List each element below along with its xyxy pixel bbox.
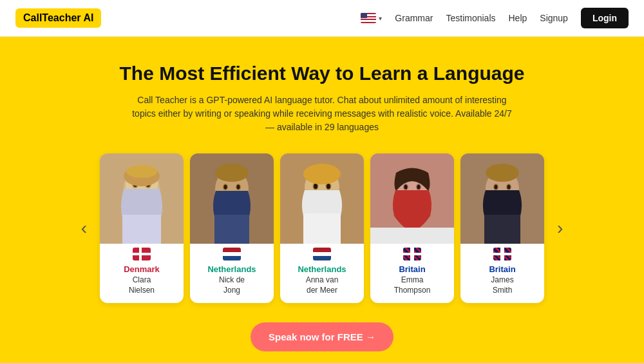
svg-point-30 <box>404 185 408 190</box>
netherlands-flag-icon-1 <box>223 248 241 260</box>
teacher-country-4: Britain <box>370 264 454 274</box>
teacher-card-3[interactable]: Netherlands Anna vander Meer <box>280 153 364 303</box>
teacher-portrait-james <box>460 153 544 244</box>
carousel-cards: Denmark ClaraNielsen <box>100 153 544 303</box>
teacher-name-1: ClaraNielsen <box>100 275 184 295</box>
teacher-card-1[interactable]: Denmark ClaraNielsen <box>100 153 184 303</box>
teacher-card-4[interactable]: Britain EmmaThompson <box>370 153 454 303</box>
svg-rect-25 <box>303 213 341 244</box>
teacher-name-5: JamesSmith <box>460 275 544 295</box>
carousel-prev-button[interactable]: ‹ <box>75 211 93 245</box>
login-button[interactable]: Login <box>581 8 629 28</box>
teacher-name-4: EmmaThompson <box>370 275 454 295</box>
svg-point-8 <box>126 165 157 178</box>
hero-title: The Most Efficient Way to Learn a Langua… <box>39 63 605 84</box>
teacher-carousel: ‹ <box>39 153 605 303</box>
teacher-country-2: Netherlands <box>190 264 274 274</box>
svg-point-24 <box>303 164 341 184</box>
britain-flag-icon-2 <box>493 248 511 260</box>
teacher-country-1: Denmark <box>100 264 184 274</box>
logo[interactable]: CallTeacher AI <box>15 8 101 28</box>
netherlands-flag-icon-2 <box>313 248 331 260</box>
svg-point-38 <box>507 185 511 190</box>
navbar: CallTeacher AI ▾ Grammar Testimonials He… <box>0 0 644 37</box>
svg-point-37 <box>495 185 498 190</box>
us-flag-icon <box>361 13 376 23</box>
svg-point-23 <box>327 184 330 189</box>
britain-flag-icon-1 <box>403 248 421 260</box>
teacher-portrait-emma <box>370 153 454 244</box>
svg-rect-17 <box>214 215 249 244</box>
teacher-portrait-clara <box>100 153 184 244</box>
nav-grammar[interactable]: Grammar <box>395 13 433 23</box>
nav-help[interactable]: Help <box>509 13 527 23</box>
denmark-flag-icon <box>133 248 151 260</box>
teacher-card-5[interactable]: Britain JamesSmith <box>460 153 544 303</box>
speak-now-button[interactable]: Speak now for FREE → <box>251 322 393 351</box>
svg-rect-9 <box>122 215 161 244</box>
nav-signup[interactable]: Signup <box>540 13 568 23</box>
svg-point-14 <box>224 185 227 190</box>
teacher-country-5: Britain <box>460 264 544 274</box>
teacher-country-3: Netherlands <box>280 264 364 274</box>
language-selector[interactable]: ▾ <box>361 13 382 23</box>
teacher-name-3: Anna vander Meer <box>280 275 364 295</box>
svg-rect-32 <box>370 228 454 244</box>
svg-point-31 <box>417 185 421 190</box>
nav-testimonials[interactable]: Testimonials <box>446 13 495 23</box>
svg-point-39 <box>486 164 519 182</box>
hero-section: The Most Efficient Way to Learn a Langua… <box>0 37 644 363</box>
svg-point-16 <box>215 164 249 182</box>
svg-point-22 <box>314 184 317 189</box>
chevron-down-icon: ▾ <box>379 15 382 22</box>
svg-rect-40 <box>484 215 520 244</box>
teacher-name-2: Nick deJong <box>190 275 274 295</box>
teacher-portrait-nick <box>190 153 274 244</box>
carousel-next-button[interactable]: › <box>551 211 569 245</box>
svg-point-15 <box>237 185 240 190</box>
hero-description: Call Teacher is a GPT-powered AI languag… <box>129 93 515 134</box>
teacher-portrait-anna <box>280 153 364 244</box>
nav-right: ▾ Grammar Testimonials Help Signup Login <box>361 8 629 28</box>
teacher-card-2[interactable]: Netherlands Nick deJong <box>190 153 274 303</box>
